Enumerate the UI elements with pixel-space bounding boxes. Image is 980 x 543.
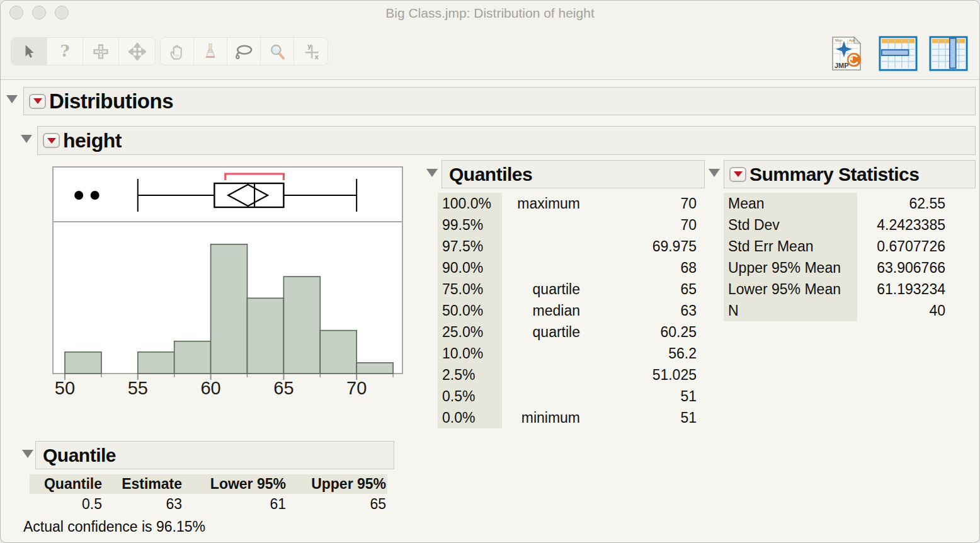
quantile-value: 51 bbox=[580, 407, 697, 428]
svg-text:JMP: JMP bbox=[835, 62, 849, 69]
quantile-label: quartile bbox=[502, 278, 580, 300]
quantile-percent: 10.0% bbox=[438, 343, 502, 364]
table-row: 90.0%68 bbox=[438, 257, 697, 278]
table-row: Mean62.55 bbox=[724, 193, 945, 214]
statistic-label: Std Err Mean bbox=[724, 236, 857, 257]
histogram-bar[interactable] bbox=[65, 352, 101, 374]
quantile-ci-title: Quantile bbox=[43, 445, 116, 466]
quantile-value: 56.2 bbox=[580, 343, 697, 364]
quantile-percent: 90.0% bbox=[438, 257, 502, 278]
quantile-label bbox=[502, 343, 580, 364]
toolbar-group-tools: ? bbox=[11, 37, 156, 66]
table-row: 99.5%70 bbox=[438, 214, 697, 236]
statistic-value: 4.2423385 bbox=[857, 214, 945, 236]
cell-value: 63 bbox=[103, 494, 183, 514]
grabber-tool-button[interactable] bbox=[83, 38, 119, 65]
svg-text:x: x bbox=[314, 53, 319, 60]
distributions-red-triangle-button[interactable] bbox=[29, 94, 46, 109]
axis-tick-label: 60 bbox=[200, 378, 220, 398]
quantile-percent: 99.5% bbox=[438, 214, 502, 236]
lasso-icon bbox=[234, 43, 253, 60]
outlier-point[interactable] bbox=[91, 191, 100, 200]
jmp-report-button[interactable]: MonApr JMP bbox=[826, 35, 865, 72]
height-red-triangle-button[interactable] bbox=[43, 133, 60, 148]
table-row: Lower 95% Mean61.193234 bbox=[724, 278, 945, 300]
summary-red-triangle-button[interactable] bbox=[729, 167, 746, 182]
quantiles-disclosure-triangle[interactable] bbox=[426, 169, 438, 177]
column-header: Lower 95% bbox=[183, 474, 287, 494]
quantile-percent: 100.0% bbox=[438, 193, 502, 214]
data-table-column-button[interactable] bbox=[929, 35, 968, 72]
quantile-label bbox=[502, 386, 580, 407]
move-tool-button[interactable] bbox=[119, 38, 155, 65]
cursor-arrow-icon bbox=[21, 43, 37, 60]
axis-tick-label: 65 bbox=[273, 378, 293, 398]
histogram-bar[interactable] bbox=[211, 244, 248, 374]
quantile-ci-header: Quantile bbox=[35, 441, 394, 469]
quantiles-header: Quantiles bbox=[442, 160, 705, 188]
histogram-bar[interactable] bbox=[320, 331, 356, 374]
column-header: Quantile bbox=[30, 474, 103, 494]
quantile-value: 70 bbox=[580, 214, 697, 236]
quantile-value: 69.975 bbox=[580, 236, 697, 257]
quantile-value: 60.25 bbox=[580, 321, 697, 343]
histogram-bar[interactable] bbox=[138, 352, 174, 374]
quantile-ci-disclosure-triangle[interactable] bbox=[22, 450, 33, 458]
jmp-report-icon: MonApr JMP bbox=[826, 35, 865, 72]
quantile-value: 70 bbox=[580, 193, 697, 214]
axis-tick-label: 50 bbox=[55, 378, 75, 398]
distributions-disclosure-triangle[interactable] bbox=[6, 95, 18, 103]
statistic-label: Lower 95% Mean bbox=[724, 278, 857, 300]
histogram-bar[interactable] bbox=[248, 298, 284, 374]
table-row: 75.0%quartile65 bbox=[438, 278, 697, 300]
table-row: 50.0%median63 bbox=[438, 300, 697, 321]
outlier-point[interactable] bbox=[74, 191, 83, 200]
brush-icon bbox=[202, 43, 219, 60]
quantile-label bbox=[502, 257, 580, 278]
histogram-bar[interactable] bbox=[356, 363, 393, 374]
axis-tool-button[interactable]: y x bbox=[294, 38, 328, 65]
window-title: Big Class.jmp: Distribution of height bbox=[1, 6, 979, 21]
question-mark-icon: ? bbox=[57, 42, 73, 61]
lasso-tool-button[interactable] bbox=[227, 38, 261, 65]
summary-disclosure-triangle[interactable] bbox=[709, 169, 720, 177]
histogram-bar[interactable] bbox=[283, 277, 320, 374]
data-table-row-icon bbox=[879, 35, 918, 72]
svg-text:y: y bbox=[307, 42, 312, 50]
hand-icon bbox=[168, 43, 186, 60]
select-tool-button[interactable] bbox=[11, 38, 47, 65]
cell-value: 61 bbox=[183, 494, 287, 514]
statistic-label: Upper 95% Mean bbox=[724, 257, 857, 278]
zoom-tool-button[interactable] bbox=[261, 38, 294, 65]
help-tool-button[interactable]: ? bbox=[47, 38, 83, 65]
cell-value: 0.5 bbox=[30, 494, 103, 514]
statistic-value: 40 bbox=[857, 300, 945, 321]
statistic-value: 0.6707726 bbox=[857, 236, 945, 257]
table-row: 97.5%69.975 bbox=[438, 236, 697, 257]
summary-statistics-title: Summary Statistics bbox=[749, 164, 919, 185]
quantile-label bbox=[502, 214, 580, 236]
table-row: 2.5%51.025 bbox=[438, 364, 697, 386]
quantiles-table: 100.0%maximum7099.5%7097.5%69.97590.0%68… bbox=[438, 193, 697, 428]
brush-tool-button[interactable] bbox=[194, 38, 227, 65]
quantile-label: minimum bbox=[502, 407, 580, 428]
axis-tick-label: 70 bbox=[346, 378, 367, 398]
move-arrows-icon bbox=[128, 43, 146, 60]
table-row: 0.5%51 bbox=[438, 386, 697, 407]
data-table-row-button[interactable] bbox=[879, 35, 918, 72]
height-disclosure-triangle[interactable] bbox=[21, 135, 32, 143]
quantile-label: quartile bbox=[502, 321, 580, 343]
column-header: Estimate bbox=[103, 474, 183, 494]
statistic-value: 63.906766 bbox=[857, 257, 945, 278]
hand-tool-button[interactable] bbox=[161, 38, 194, 65]
quantile-percent: 2.5% bbox=[438, 364, 502, 386]
quantile-value: 65 bbox=[580, 278, 697, 300]
statistic-label: Mean bbox=[724, 193, 857, 214]
plus-cross-icon bbox=[92, 43, 110, 60]
svg-text:?: ? bbox=[60, 42, 69, 60]
quantile-ci-values-row: 0.5636165 bbox=[30, 494, 387, 514]
histogram-bar[interactable] bbox=[174, 341, 211, 374]
toolbar-divider bbox=[1, 79, 979, 80]
quantile-label: median bbox=[502, 300, 580, 321]
jmp-window: Big Class.jmp: Distribution of height ? bbox=[0, 0, 980, 543]
